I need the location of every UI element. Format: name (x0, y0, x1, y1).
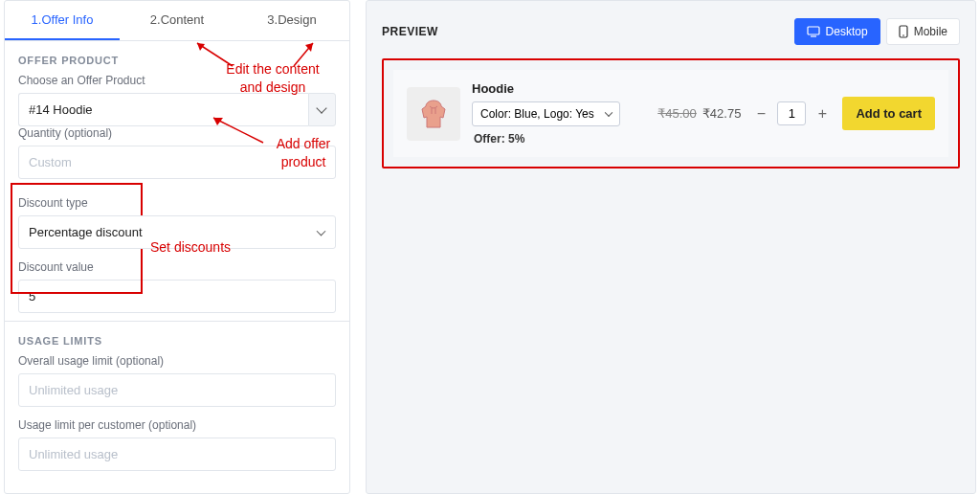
offer-product-title: Hoodie (472, 81, 646, 96)
tab-offer-info[interactable]: 1.Offer Info (5, 1, 120, 40)
annotation-set-discounts: Set discounts (150, 238, 231, 257)
hoodie-icon (414, 95, 453, 133)
variant-row: Color: Blue, Logo: Yes (472, 101, 646, 126)
preview-header: PREVIEW Desktop Mobile (382, 18, 960, 45)
mobile-toggle-button[interactable]: Mobile (886, 18, 960, 45)
variant-value: Color: Blue, Logo: Yes (480, 107, 594, 121)
overall-usage-input[interactable] (18, 373, 336, 407)
svg-rect-6 (808, 27, 819, 34)
desktop-label: Desktop (826, 25, 868, 38)
tab-design[interactable]: 3.Design (234, 1, 349, 40)
discount-type-label: Discount type (18, 196, 336, 210)
mobile-label: Mobile (914, 25, 947, 38)
preview-title: PREVIEW (382, 25, 438, 38)
mobile-icon (899, 25, 908, 38)
desktop-icon (807, 26, 820, 37)
chevron-down-icon (317, 102, 327, 113)
annotation-add-offer: Add offer product (265, 135, 342, 171)
usage-limits-section: USAGE LIMITS Overall usage limit (option… (5, 322, 349, 475)
annotation-content-design: Edit the content and design (206, 60, 340, 97)
discount-value-label: Discount value (18, 260, 336, 274)
svg-point-9 (902, 34, 904, 36)
chevron-down-icon (605, 109, 612, 117)
price-discounted: ₹42.75 (702, 106, 742, 121)
overall-usage-label: Overall usage limit (optional) (18, 354, 336, 368)
desktop-toggle-button[interactable]: Desktop (794, 18, 880, 45)
qty-increment-button[interactable]: + (813, 105, 831, 123)
percust-usage-label: Usage limit per customer (optional) (18, 418, 336, 432)
qty-value-input[interactable] (777, 101, 806, 125)
add-to-cart-button[interactable]: Add to cart (842, 97, 935, 130)
usage-limits-title: USAGE LIMITS (18, 335, 336, 347)
offer-form-panel: 1.Offer Info 2.Content 3.Design OFFER PR… (4, 0, 350, 494)
device-toggle: Desktop Mobile (794, 18, 960, 45)
offer-note: Offer: 5% (472, 132, 646, 146)
product-thumbnail (407, 87, 460, 141)
qty-decrement-button[interactable]: − (752, 105, 769, 123)
tab-content[interactable]: 2.Content (120, 1, 234, 40)
preview-panel: PREVIEW Desktop Mobile Hoodie (366, 0, 976, 494)
price-group: ₹45.00 ₹42.75 (657, 106, 741, 121)
form-tabs: 1.Offer Info 2.Content 3.Design (5, 1, 349, 41)
offer-product-input[interactable] (18, 93, 308, 126)
offer-product-select (18, 93, 336, 126)
offer-main: Hoodie Color: Blue, Logo: Yes Offer: 5% (472, 81, 646, 146)
percust-usage-input[interactable] (18, 438, 336, 471)
offer-product-dropdown-button[interactable] (308, 93, 336, 126)
variant-select[interactable]: Color: Blue, Logo: Yes (472, 101, 620, 126)
discount-value-input[interactable] (18, 280, 336, 313)
preview-card: Hoodie Color: Blue, Logo: Yes Offer: 5% … (382, 58, 960, 168)
price-original: ₹45.00 (657, 106, 697, 121)
offer-line: Hoodie Color: Blue, Logo: Yes Offer: 5% … (393, 70, 948, 157)
quantity-stepper: − + (752, 101, 831, 125)
